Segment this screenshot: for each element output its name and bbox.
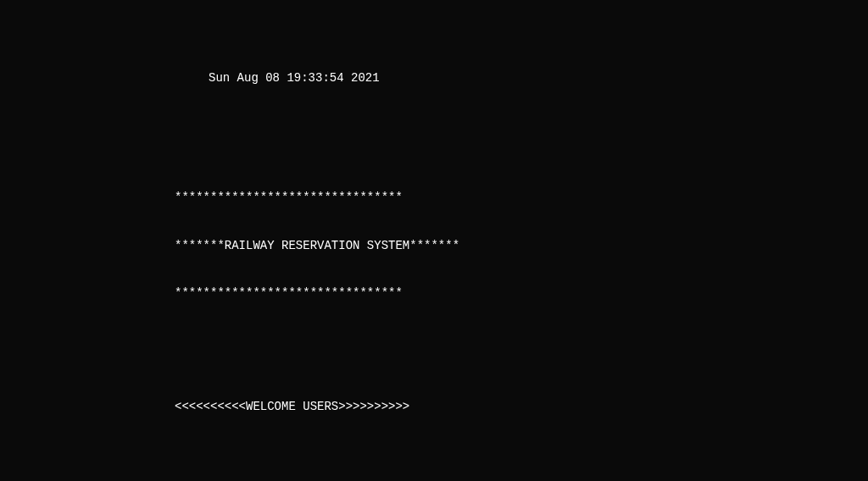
terminal-screen: Sun Aug 08 19:33:54 2021 ***************… [5, 5, 863, 481]
header-border-top: ******************************** [175, 190, 863, 206]
timestamp: Sun Aug 08 19:33:54 2021 [175, 70, 863, 86]
header-border-bottom: ******************************** [175, 285, 863, 301]
welcome-banner: <<<<<<<<<<WELCOME USERS>>>>>>>>>> [175, 399, 863, 415]
header-title: *******RAILWAY RESERVATION SYSTEM******* [175, 238, 863, 254]
app-header: ******************************** *******… [175, 158, 863, 334]
